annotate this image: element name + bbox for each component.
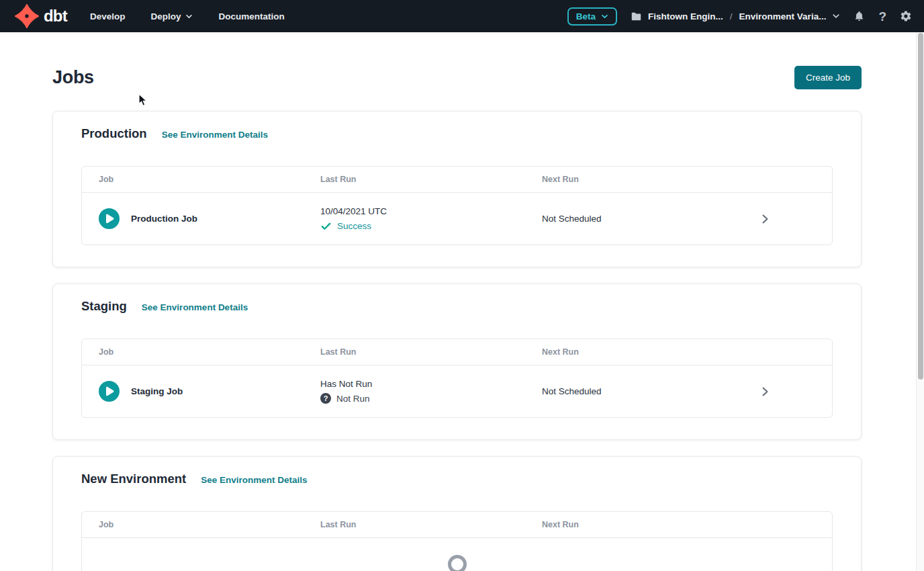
last-run-status: Success <box>320 220 525 232</box>
empty-state-icon <box>447 554 467 571</box>
job-row-staging-job[interactable]: Staging Job Has Not Run ? Not Run Not Sc… <box>82 365 832 417</box>
nav-documentation[interactable]: Documentation <box>218 11 284 21</box>
breadcrumb-project[interactable]: Environment Varia... <box>739 11 827 21</box>
primary-nav: Develop Deploy Documentation <box>90 11 285 21</box>
chevron-right-icon[interactable] <box>759 214 770 224</box>
not-run-question-icon: ? <box>320 393 331 404</box>
run-job-play-button[interactable] <box>99 381 120 402</box>
job-name: Production Job <box>131 214 197 224</box>
job-name: Staging Job <box>131 386 183 396</box>
environment-card-production: Production See Environment Details Job L… <box>52 111 862 267</box>
chevron-right-icon[interactable] <box>759 386 770 397</box>
dbt-logo-icon <box>15 4 39 28</box>
chevron-down-icon <box>601 13 608 20</box>
see-environment-details-link[interactable]: See Environment Details <box>162 130 268 140</box>
dbt-logo[interactable]: dbt <box>15 4 67 28</box>
job-row-production-job[interactable]: Production Job 10/04/2021 UTC Success No… <box>82 193 832 245</box>
help-icon[interactable]: ? <box>878 10 886 23</box>
page-scrollbar-track[interactable] <box>916 32 924 571</box>
breadcrumb-separator: / <box>730 11 733 21</box>
environment-name: Production <box>81 126 147 141</box>
jobs-table: Job Last Run Next Run <box>81 511 833 571</box>
play-icon <box>99 381 120 402</box>
page-scrollbar-thumb[interactable] <box>918 33 923 380</box>
next-run-value: Not Scheduled <box>542 386 602 396</box>
dbt-logo-text: dbt <box>44 7 67 26</box>
nav-develop[interactable]: Develop <box>90 11 126 21</box>
jobs-table: Job Last Run Next Run Staging Job Has No… <box>81 339 833 418</box>
run-job-play-button[interactable] <box>99 208 120 229</box>
chevron-down-icon[interactable] <box>832 12 840 20</box>
column-header-job: Job <box>82 520 304 529</box>
top-nav: dbt Develop Deploy Documentation Beta <box>0 0 924 32</box>
environment-card-new-environment: New Environment See Environment Details … <box>52 456 862 571</box>
chevron-down-icon <box>185 13 193 20</box>
breadcrumb[interactable]: Fishtown Engin... / Environment Varia... <box>631 11 840 22</box>
column-header-last-run: Last Run <box>304 175 525 184</box>
table-header-row: Job Last Run Next Run <box>82 339 832 365</box>
column-header-job: Job <box>82 347 304 357</box>
last-run-date: Has Not Run <box>320 379 525 389</box>
folder-icon <box>631 11 642 22</box>
settings-gear-icon[interactable] <box>900 10 912 22</box>
next-run-value: Not Scheduled <box>542 214 602 224</box>
create-job-button[interactable]: Create Job <box>794 66 862 89</box>
notifications-bell-icon[interactable] <box>853 10 865 22</box>
beta-dropdown[interactable]: Beta <box>567 7 617 26</box>
column-header-next-run: Next Run <box>525 520 832 529</box>
jobs-table: Job Last Run Next Run Production Job 10/… <box>81 166 833 245</box>
environment-name: Staging <box>81 299 127 314</box>
column-header-next-run: Next Run <box>525 175 832 184</box>
see-environment-details-link[interactable]: See Environment Details <box>201 475 307 485</box>
see-environment-details-link[interactable]: See Environment Details <box>142 302 248 312</box>
column-header-job: Job <box>82 175 304 184</box>
column-header-next-run: Next Run <box>525 347 832 357</box>
success-check-icon <box>320 220 332 232</box>
column-header-last-run: Last Run <box>304 520 525 529</box>
empty-jobs-area <box>82 538 832 571</box>
environment-name: New Environment <box>81 472 186 486</box>
page-title: Jobs <box>52 67 94 88</box>
breadcrumb-account[interactable]: Fishtown Engin... <box>648 11 723 21</box>
column-header-last-run: Last Run <box>304 347 525 357</box>
main-content: Jobs Create Job Production See Environme… <box>52 32 862 571</box>
play-icon <box>99 208 120 229</box>
last-run-status: ? Not Run <box>320 393 525 404</box>
environment-card-staging: Staging See Environment Details Job Last… <box>52 283 862 440</box>
nav-deploy[interactable]: Deploy <box>150 11 193 21</box>
table-header-row: Job Last Run Next Run <box>82 512 832 538</box>
last-run-date: 10/04/2021 UTC <box>320 206 525 216</box>
table-header-row: Job Last Run Next Run <box>82 167 832 193</box>
